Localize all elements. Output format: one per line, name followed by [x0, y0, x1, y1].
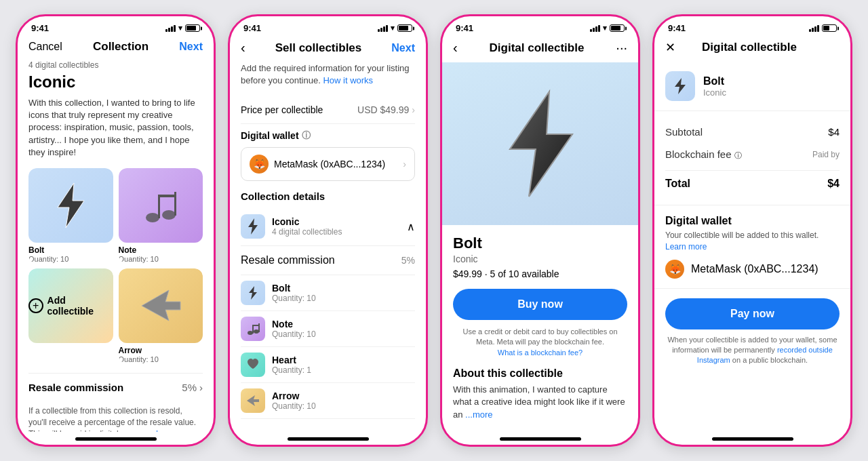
- item-bolt: Bolt Quantity: 10: [241, 275, 415, 311]
- next-button-1[interactable]: Next: [179, 41, 203, 53]
- wallet-section-label: Digital wallet ⓘ: [241, 129, 415, 142]
- page-title-4: Digital collectible: [702, 41, 797, 54]
- signal-icon-3: [590, 25, 600, 32]
- svg-marker-15: [510, 92, 572, 197]
- collectible-note[interactable]: Note Quantity: 10: [119, 168, 203, 263]
- collection-name: Iconic: [28, 73, 203, 92]
- how-it-works-link[interactable]: How it works: [323, 75, 373, 85]
- info-icon-blockchain: ⓘ: [734, 151, 742, 159]
- phone-2-content: Add the required information for your li…: [230, 62, 426, 432]
- collection-subtitle: 4 digital collectibles: [28, 60, 203, 70]
- subtotal-value: $4: [828, 126, 840, 138]
- wifi-icon-3: ▾: [603, 24, 607, 33]
- wifi-icon-2: ▾: [391, 24, 395, 33]
- close-button[interactable]: ✕: [665, 40, 675, 55]
- price-value: USD $49.99 ›: [357, 104, 415, 115]
- status-bar-4: 9:41: [654, 16, 850, 36]
- status-icons-3: ▾: [590, 24, 625, 33]
- about-text: With this animation, I wanted to capture…: [453, 384, 627, 421]
- phone-4-content: Bolt Iconic Subtotal $4 Blockchain fee ⓘ…: [654, 62, 850, 432]
- arrow-info: Arrow Quantity: 10: [272, 390, 316, 411]
- item-heart: Heart Quantity: 1: [241, 347, 415, 383]
- collection-left: Iconic 4 digital collectibles: [241, 214, 342, 239]
- back-button-2[interactable]: ‹: [241, 40, 245, 56]
- collection-detail-row: Iconic 4 digital collectibles ∧: [241, 207, 415, 246]
- time-2: 9:41: [243, 23, 261, 33]
- wallet-left: 🦊 MetaMask (0xABC...1234): [250, 155, 385, 174]
- home-indicator-3: [500, 437, 581, 441]
- pay-now-button[interactable]: Pay now: [665, 298, 840, 329]
- more-button-3[interactable]: ···: [616, 40, 627, 56]
- collectible-arrow[interactable]: Arrow Quantity: 10: [119, 268, 203, 363]
- add-collectible-button[interactable]: + Add collectible: [28, 268, 113, 343]
- home-indicator-1: [75, 437, 157, 441]
- svg-rect-12: [258, 323, 260, 332]
- page-title-1: Collection: [93, 40, 149, 54]
- svg-rect-5: [158, 195, 176, 197]
- about-title: About this collectible: [453, 367, 627, 380]
- signal-icon-4: [809, 25, 819, 32]
- status-bar-2: 9:41 ▾: [230, 16, 426, 36]
- arrow-qty: Quantity: 10: [119, 355, 203, 363]
- status-icons-4: [809, 24, 837, 32]
- back-button-3[interactable]: ‹: [453, 40, 458, 56]
- page-title-2: Sell collectibles: [275, 41, 362, 55]
- wallet-row[interactable]: 🦊 MetaMask (0xABC...1234) ›: [241, 147, 415, 181]
- add-circle-icon: +: [28, 298, 43, 313]
- note-qty: Quantity: 10: [119, 255, 203, 263]
- more-link[interactable]: ...more: [465, 409, 492, 420]
- arrow-image: [119, 268, 203, 343]
- phone-collection: 9:41 ▾ Cancel Collection Next 4 digital …: [16, 14, 216, 447]
- time-3: 9:41: [456, 23, 473, 33]
- bolt-label: Bolt: [28, 245, 113, 255]
- phone-payment: 9:41 ✕ Digital collectible Bolt Iconic: [652, 14, 852, 447]
- resale-label: Resale commission: [28, 382, 123, 393]
- note-info: Note Quantity: 10: [272, 319, 316, 339]
- collectible-bolt[interactable]: Bolt Quantity: 10: [28, 168, 113, 263]
- wallet-name-pay: MetaMask (0xABC...1234): [691, 263, 818, 275]
- total-row: Total $4: [665, 170, 840, 195]
- detail-item-name: Bolt: [453, 235, 627, 252]
- nav-bar-1: Cancel Collection Next: [18, 36, 214, 60]
- learn-more-link[interactable]: Learn more: [156, 429, 197, 432]
- home-indicator-2: [288, 437, 369, 441]
- bolt-mini-icon: [241, 281, 265, 305]
- item-arrow: Arrow Quantity: 10: [241, 383, 415, 419]
- battery-icon-4: [822, 24, 837, 32]
- collectibles-grid: Bolt Quantity: 10 Note: [28, 168, 203, 363]
- collectible-hero-image: [442, 62, 638, 225]
- nav-bar-2: ‹ Sell collectibles Next: [230, 36, 426, 62]
- price-row[interactable]: Price per collectible USD $49.99 ›: [241, 96, 415, 124]
- signal-icon-2: [378, 25, 388, 32]
- wallet-section-title: Digital wallet: [665, 215, 840, 227]
- svg-point-2: [162, 210, 176, 220]
- wallet-section: Digital wallet Your collectible will be …: [654, 205, 850, 289]
- wallet-name: MetaMask (0xABC...1234): [274, 159, 385, 169]
- chevron-right-icon: ›: [199, 382, 203, 393]
- detail-item-price: $49.99 · 5 of 10 available: [453, 268, 627, 279]
- pay-summary: Subtotal $4 Blockchain fee ⓘ Paid by Tot…: [654, 111, 850, 205]
- detail-content: Bolt Iconic $49.99 · 5 of 10 available B…: [442, 225, 638, 432]
- blockchain-fee-link[interactable]: What is a blockchain fee?: [498, 348, 583, 357]
- chevron-wallet: ›: [403, 159, 406, 169]
- svg-marker-14: [247, 395, 259, 406]
- wallet-item: 🦊 MetaMask (0xABC...1234): [665, 260, 840, 279]
- cancel-button[interactable]: Cancel: [28, 41, 62, 53]
- nav-bar-3: ‹ Digital collectible ···: [442, 36, 638, 62]
- add-collectible-card[interactable]: + Add collectible: [28, 268, 113, 363]
- heart-info: Heart Quantity: 1: [272, 355, 311, 375]
- buy-now-button[interactable]: Buy now: [453, 289, 627, 320]
- svg-rect-13: [252, 325, 260, 326]
- status-icons-1: ▾: [165, 24, 200, 33]
- total-value: $4: [827, 178, 840, 190]
- next-button-2[interactable]: Next: [391, 42, 415, 54]
- blockchain-fee-label: Blockchain fee ⓘ: [665, 148, 742, 161]
- wallet-learn-link[interactable]: Learn more: [665, 242, 707, 252]
- collection-detail-info: Iconic 4 digital collectibles: [272, 216, 342, 237]
- resale-description: If a collectible from this collection is…: [28, 401, 203, 432]
- nav-bar-4: ✕ Digital collectible: [654, 36, 850, 62]
- pay-item-collection: Iconic: [703, 87, 726, 98]
- status-bar-1: 9:41 ▾: [18, 16, 214, 36]
- subtotal-label: Subtotal: [665, 126, 703, 138]
- resale-row: Resale commission 5% ›: [28, 373, 203, 401]
